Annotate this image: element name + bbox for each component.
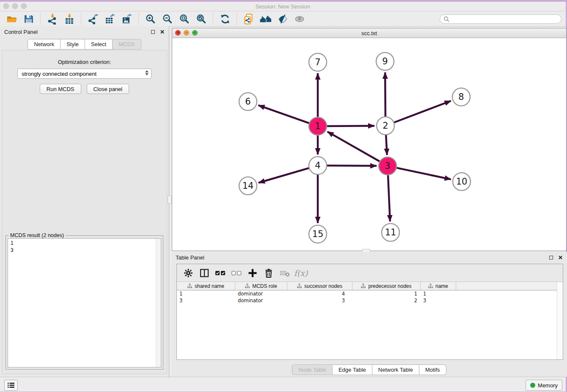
zoom-fit-icon[interactable] (178, 13, 191, 25)
zoom-selected-icon[interactable] (195, 13, 208, 25)
control-panel-tabs: NetworkStyleSelectMCDS (0, 39, 169, 50)
graph-edge-3-10[interactable] (392, 167, 451, 179)
vertical-splitter-handle[interactable] (168, 196, 172, 204)
tab-select[interactable]: Select (85, 39, 113, 50)
table-tab-network-table[interactable]: Network Table (372, 364, 419, 375)
table-cell[interactable]: 1 (177, 291, 235, 297)
tab-mcds[interactable]: MCDS (113, 39, 141, 50)
graph-node-1[interactable]: 1 (309, 117, 327, 135)
select-all-icon[interactable] (214, 267, 227, 279)
network-window-titlebar[interactable]: ✕ − + scc.txt (172, 28, 566, 38)
close-panel-button[interactable]: Close panel (87, 84, 129, 94)
table-cell[interactable]: 3 (287, 298, 352, 304)
run-mcds-button[interactable]: Run MCDS (40, 84, 81, 94)
mcds-result-textarea[interactable]: 13 (8, 238, 161, 367)
export-network-icon[interactable] (87, 13, 99, 25)
svg-text:11: 11 (385, 227, 396, 237)
graph-edge-3-1[interactable] (328, 132, 384, 164)
close-view-button[interactable]: ✕ (175, 30, 181, 36)
table-cell[interactable]: 3 (421, 298, 456, 304)
graph-node-4[interactable]: 4 (309, 157, 327, 174)
close-panel-icon[interactable]: ✕ (558, 255, 563, 260)
graph-edge-4-14[interactable] (259, 167, 314, 183)
scrollbar[interactable] (557, 282, 563, 359)
column-header-successor-nodes[interactable]: successor nodes (287, 282, 352, 290)
zoom-in-icon[interactable] (144, 13, 157, 25)
new-network-from-selection-icon[interactable] (242, 13, 255, 25)
table-cell[interactable]: dominator (235, 291, 287, 297)
import-network-icon[interactable] (46, 13, 59, 25)
graph-node-11[interactable]: 11 (382, 224, 399, 241)
unselect-all-icon[interactable] (230, 267, 243, 279)
graph-node-8[interactable]: 8 (452, 88, 470, 106)
refresh-icon[interactable] (219, 13, 231, 25)
hide-selected-icon[interactable] (276, 13, 289, 25)
toolbar-separator (237, 13, 237, 25)
import-table-icon[interactable] (63, 13, 76, 25)
add-row-icon[interactable] (246, 267, 259, 279)
export-image-icon[interactable] (121, 13, 133, 25)
column-header-MCDS-role[interactable]: MCDS role (235, 282, 287, 290)
mcds-result-line: 1 (11, 240, 158, 247)
graph-node-3[interactable]: 3 (379, 157, 396, 175)
show-all-icon[interactable] (293, 13, 306, 25)
mcds-result-group: MCDS result (2 nodes) 13 (6, 235, 163, 370)
window-controls[interactable] (3, 3, 27, 9)
graph-node-7[interactable]: 7 (309, 53, 327, 71)
search-input[interactable] (451, 16, 559, 22)
table-cell[interactable]: 2 (352, 298, 421, 304)
float-panel-icon[interactable] (549, 256, 553, 259)
minimize-window-button[interactable] (12, 3, 18, 9)
graph-node-14[interactable]: 14 (239, 177, 257, 195)
svg-text:15: 15 (312, 229, 324, 239)
table-row[interactable]: 1dominator411 (177, 290, 563, 297)
task-history-button[interactable] (4, 380, 18, 391)
table-cell[interactable]: 4 (287, 291, 352, 297)
table-tab-motifs[interactable]: Motifs (419, 364, 446, 375)
graph-edge-1-2[interactable] (322, 126, 374, 126)
criterion-dropdown[interactable]: strongly connected component (17, 69, 151, 79)
first-neighbors-icon[interactable] (259, 13, 272, 25)
delete-table-icon[interactable] (278, 267, 291, 279)
close-panel-icon[interactable]: ✕ (160, 29, 165, 35)
table-cell[interactable]: 1 (352, 291, 421, 297)
scrollbar[interactable] (156, 239, 161, 367)
table-tab-node-table[interactable]: Node Table (292, 364, 333, 375)
table-cell[interactable]: dominator (235, 298, 287, 304)
table-cell[interactable]: 3 (177, 298, 235, 304)
zoom-window-button[interactable] (21, 3, 27, 9)
table-settings-icon[interactable] (182, 267, 195, 279)
graph-node-2[interactable]: 2 (377, 117, 394, 135)
save-session-icon[interactable] (22, 13, 35, 25)
split-panel-icon[interactable] (198, 267, 211, 279)
graph-node-9[interactable]: 9 (376, 52, 394, 70)
graph-node-6[interactable]: 6 (239, 93, 257, 110)
graph-edge-1-6[interactable] (259, 105, 314, 125)
delete-row-icon[interactable] (262, 267, 275, 279)
column-header-name[interactable]: name (421, 282, 456, 290)
minimize-view-button[interactable]: − (184, 30, 189, 36)
function-builder-icon[interactable]: f(x) (295, 267, 307, 279)
table-tab-edge-table[interactable]: Edge Table (333, 364, 372, 375)
table-row[interactable]: 3dominator323 (177, 297, 563, 304)
open-session-icon[interactable] (6, 13, 18, 25)
float-panel-icon[interactable] (151, 30, 155, 34)
graph-edge-3-11[interactable] (388, 170, 390, 221)
tab-network[interactable]: Network (28, 39, 61, 50)
export-table-icon[interactable] (104, 13, 116, 25)
column-header-predecessor-nodes[interactable]: predecessor nodes (352, 282, 421, 290)
network-canvas[interactable]: 1234678910111415 (172, 38, 566, 251)
graph-edge-2-9[interactable] (385, 72, 385, 121)
search-box[interactable] (440, 14, 561, 24)
maximize-view-button[interactable]: + (192, 30, 198, 36)
graph-node-10[interactable]: 10 (453, 173, 471, 190)
table-cell[interactable]: 1 (421, 291, 456, 297)
tab-style[interactable]: Style (61, 39, 85, 50)
graph-node-15[interactable]: 15 (309, 225, 327, 243)
close-window-button[interactable] (3, 3, 9, 9)
zoom-out-icon[interactable] (161, 13, 174, 25)
column-header-shared-name[interactable]: shared name (177, 282, 235, 290)
memory-button[interactable]: Memory (526, 380, 562, 391)
graph-edge-2-8[interactable] (390, 101, 451, 124)
graph-edge-4-3[interactable] (322, 166, 377, 166)
